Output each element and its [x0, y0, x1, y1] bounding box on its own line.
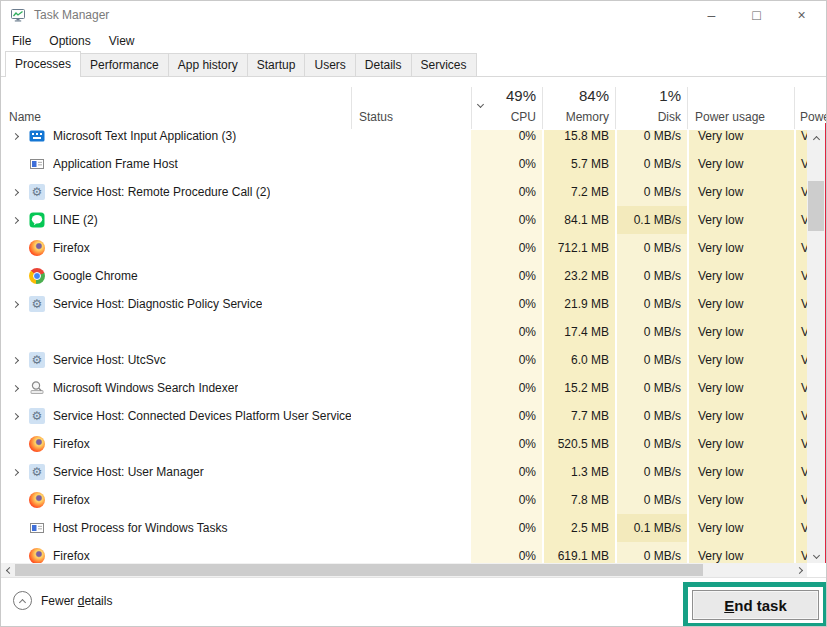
process-row[interactable]: ⚙ Service Host: Diagnostic Policy Servic…	[1, 290, 815, 318]
end-task-button-label: End task	[724, 597, 787, 614]
horizontal-scrollbar-thumb[interactable]	[15, 564, 703, 576]
process-status	[351, 290, 471, 318]
process-cpu: 0%	[471, 150, 542, 178]
process-disk: 0 MB/s	[615, 262, 687, 290]
expand-chevron-icon[interactable]	[7, 302, 25, 307]
scroll-left-button[interactable]	[1, 563, 15, 577]
process-memory: 23.2 MB	[542, 262, 615, 290]
minimize-button[interactable]: –	[689, 1, 734, 29]
process-memory: 1.3 MB	[542, 458, 615, 486]
tab-app-history[interactable]: App history	[168, 53, 248, 76]
maximize-button[interactable]: □	[734, 1, 779, 29]
window-title: Task Manager	[34, 8, 109, 22]
expand-chevron-icon[interactable]	[7, 470, 25, 475]
process-row[interactable]: Application Frame Host 0% 5.7 MB 0 MB/s …	[1, 150, 815, 178]
gear-icon: ⚙	[29, 464, 45, 480]
firefox-icon	[29, 240, 45, 256]
tab-users[interactable]: Users	[304, 53, 355, 76]
process-row[interactable]: Firefox 0% 712.1 MB 0 MB/s Very low Ve	[1, 234, 815, 262]
process-cpu: 0%	[471, 206, 542, 234]
chevron-up-circle-icon	[13, 591, 32, 610]
process-row[interactable]: Firefox 0% 7.8 MB 0 MB/s Very low Ve	[1, 486, 815, 514]
process-row[interactable]: ⚙ Service Host: UtcSvc 0% 6.0 MB 0 MB/s …	[1, 346, 815, 374]
process-row[interactable]: Google Chrome 0% 23.2 MB 0 MB/s Very low…	[1, 262, 815, 290]
scroll-up-button[interactable]	[807, 130, 825, 146]
process-name-cell: ⚙ Service Host: Diagnostic Policy Servic…	[1, 290, 351, 318]
fewer-details-button[interactable]: Fewer details	[13, 591, 112, 610]
tab-services[interactable]: Services	[411, 53, 477, 76]
process-row[interactable]: ⚙ Service Host: User Manager 0% 1.3 MB 0…	[1, 458, 815, 486]
process-disk: 0 MB/s	[615, 318, 687, 346]
process-name-cell: Microsoft Text Input Application (3)	[1, 130, 351, 150]
process-row[interactable]: 0% 17.4 MB 0 MB/s Very low Ve	[1, 318, 815, 346]
process-status	[351, 514, 471, 542]
firefox-icon	[29, 548, 45, 563]
process-cpu: 0%	[471, 542, 542, 563]
vertical-scrollbar-thumb[interactable]	[808, 181, 824, 231]
process-name: Service Host: Connected Devices Platform…	[53, 409, 351, 423]
process-name: Service Host: UtcSvc	[53, 353, 166, 367]
process-status	[351, 150, 471, 178]
process-name-cell: Application Frame Host	[1, 150, 351, 178]
scroll-down-button[interactable]	[807, 547, 825, 563]
process-power-usage: Very low	[687, 290, 794, 318]
process-power-usage: Very low	[687, 514, 794, 542]
process-row[interactable]: Firefox 0% 619.1 MB 0 MB/s Very low Ve	[1, 542, 815, 563]
process-status	[351, 458, 471, 486]
firefox-icon	[29, 492, 45, 508]
process-row[interactable]: Microsoft Text Input Application (3) 0% …	[1, 130, 815, 150]
process-row[interactable]: ⚙ Service Host: Remote Procedure Call (2…	[1, 178, 815, 206]
horizontal-scrollbar[interactable]	[1, 563, 807, 577]
column-header-status[interactable]: Status	[359, 110, 393, 124]
tab-bar: ProcessesPerformanceApp historyStartupUs…	[1, 53, 826, 77]
tab-details[interactable]: Details	[355, 53, 412, 76]
process-cpu: 0%	[471, 234, 542, 262]
menu-file[interactable]: File	[3, 31, 40, 51]
process-name: Firefox	[53, 493, 90, 507]
process-disk: 0 MB/s	[615, 430, 687, 458]
close-button[interactable]: ×	[779, 1, 824, 29]
gear-icon: ⚙	[29, 184, 45, 200]
tab-performance[interactable]: Performance	[80, 53, 169, 76]
column-header-power-usage-trend[interactable]: Powe	[800, 110, 827, 124]
expand-chevron-icon[interactable]	[7, 190, 25, 195]
footer-bar: Fewer details End task	[1, 577, 827, 627]
process-row[interactable]: ⚙ Service Host: Connected Devices Platfo…	[1, 402, 815, 430]
end-task-button[interactable]: End task	[692, 590, 819, 620]
process-disk: 0 MB/s	[615, 290, 687, 318]
menu-options[interactable]: Options	[40, 31, 99, 51]
column-header-name[interactable]: Name	[9, 110, 41, 124]
process-name: Firefox	[53, 437, 90, 451]
tab-startup[interactable]: Startup	[247, 53, 306, 76]
process-row[interactable]: Microsoft Windows Search Indexer 0% 15.2…	[1, 374, 815, 402]
column-header-power-usage[interactable]: Power usage	[695, 110, 765, 124]
vertical-scrollbar[interactable]	[807, 130, 825, 563]
cpu-total: 49%	[471, 87, 536, 104]
expand-chevron-icon[interactable]	[7, 414, 25, 419]
process-status	[351, 374, 471, 402]
scroll-right-button[interactable]	[793, 563, 807, 577]
process-status	[351, 402, 471, 430]
expand-chevron-icon[interactable]	[7, 134, 25, 139]
title-bar: Task Manager –□×	[1, 1, 826, 29]
process-row[interactable]: Firefox 0% 520.5 MB 0 MB/s Very low Ve	[1, 430, 815, 458]
process-status	[351, 178, 471, 206]
process-memory: 5.7 MB	[542, 150, 615, 178]
process-name: Firefox	[53, 549, 90, 563]
process-row[interactable]: LINE (2) 0% 84.1 MB 0.1 MB/s Very low Ve	[1, 206, 815, 234]
process-disk: 0 MB/s	[615, 346, 687, 374]
column-header-memory[interactable]: Memory	[542, 110, 609, 124]
menu-view[interactable]: View	[100, 31, 144, 51]
process-memory: 17.4 MB	[542, 318, 615, 346]
expand-chevron-icon[interactable]	[7, 358, 25, 363]
tab-processes[interactable]: Processes	[5, 51, 81, 77]
column-header-disk[interactable]: Disk	[615, 110, 681, 124]
process-status	[351, 542, 471, 563]
expand-chevron-icon[interactable]	[7, 386, 25, 391]
process-memory: 619.1 MB	[542, 542, 615, 563]
process-status	[351, 262, 471, 290]
process-row[interactable]: Host Process for Windows Tasks 0% 2.5 MB…	[1, 514, 815, 542]
process-memory: 2.5 MB	[542, 514, 615, 542]
expand-chevron-icon[interactable]	[7, 218, 25, 223]
column-header-cpu[interactable]: CPU	[471, 110, 536, 124]
